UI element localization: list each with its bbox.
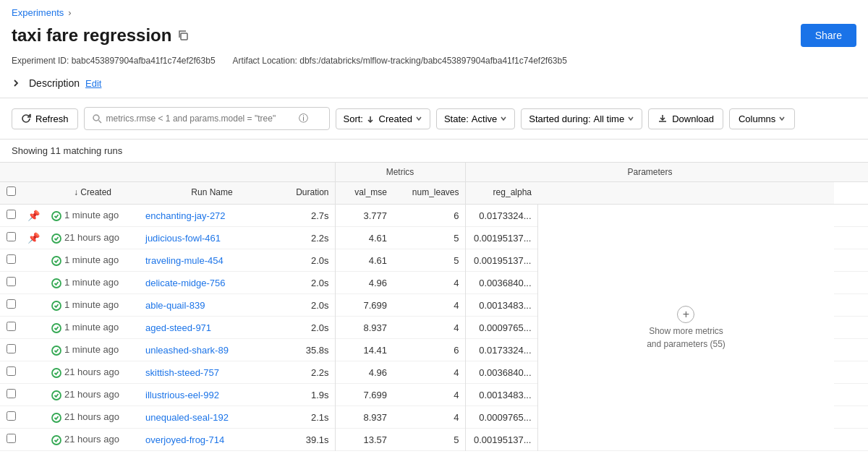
- cell-run-name: unequaled-seal-192: [140, 406, 284, 429]
- cell-duration: 2.1s: [284, 406, 335, 429]
- cell-created: 1 minute ago: [46, 205, 140, 227]
- row-checkbox[interactable]: [7, 389, 16, 398]
- row-checkbox[interactable]: [7, 322, 16, 331]
- state-button[interactable]: State: Active: [436, 108, 515, 129]
- cell-num-leaves: 4: [393, 317, 465, 339]
- results-count: Showing 11 matching runs: [0, 140, 868, 162]
- cell-created: 1 minute ago: [46, 272, 140, 294]
- run-name-link[interactable]: overjoyed-frog-714: [145, 434, 224, 445]
- cell-num-leaves: 4: [393, 406, 465, 429]
- search-input[interactable]: [106, 113, 294, 124]
- copy-icon[interactable]: [177, 29, 190, 42]
- run-name-link[interactable]: judicious-fowl-461: [145, 233, 221, 244]
- edit-link[interactable]: Edit: [85, 78, 101, 89]
- refresh-label: Refresh: [35, 113, 69, 124]
- cell-reg-alpha: 0.0036840...: [465, 361, 537, 384]
- row-checkbox[interactable]: [7, 366, 16, 376]
- cell-val-mse: 4.61: [335, 249, 393, 272]
- cell-created: 21 hours ago: [46, 429, 140, 451]
- started-button[interactable]: Started during: All time: [521, 108, 642, 129]
- row-checkbox[interactable]: [7, 344, 16, 353]
- row-checkbox[interactable]: [7, 277, 16, 286]
- download-icon: [658, 113, 668, 124]
- table-row: 📌1 minute agoenchanting-jay-2722.7s3.777…: [0, 205, 868, 227]
- col-created[interactable]: ↓ Created: [46, 182, 140, 205]
- cell-reg-alpha: 0.00195137...: [465, 227, 537, 249]
- run-name-link[interactable]: illustrious-eel-992: [145, 390, 219, 400]
- share-button[interactable]: Share: [801, 24, 856, 47]
- cell-num-leaves: 4: [393, 361, 465, 384]
- plus-circle-icon: +: [677, 306, 694, 323]
- success-icon: [51, 368, 61, 378]
- row-checkbox[interactable]: [7, 254, 16, 264]
- pin-icon[interactable]: 📌: [27, 210, 40, 221]
- cell-reg-alpha: 0.0009765...: [465, 317, 537, 339]
- run-name-link[interactable]: skittish-steed-757: [145, 367, 219, 378]
- cell-reg-alpha: 0.0173324...: [465, 205, 537, 227]
- show-more-panel[interactable]: + Show more metrics and parameters (55): [544, 300, 829, 355]
- cell-val-mse: 8.937: [335, 406, 393, 429]
- success-icon: [51, 323, 61, 333]
- chevron-right-icon[interactable]: [12, 77, 23, 89]
- cell-num-leaves: 5: [393, 249, 465, 272]
- state-label: State:: [444, 113, 469, 124]
- cell-more: [834, 339, 868, 361]
- col-reg-alpha: reg_alpha: [465, 182, 537, 205]
- success-icon: [51, 233, 61, 244]
- show-more-sub: and parameters (55): [647, 339, 726, 349]
- sort-down-icon: [366, 115, 375, 124]
- breadcrumb-link[interactable]: Experiments: [12, 7, 64, 18]
- cell-num-leaves: 4: [393, 272, 465, 294]
- cell-val-mse: 3.777: [335, 205, 393, 227]
- cell-val-mse: 7.699: [335, 294, 393, 317]
- col-pin: [22, 182, 46, 205]
- cell-run-name: enchanting-jay-272: [140, 205, 284, 227]
- download-button[interactable]: Download: [648, 108, 723, 129]
- cell-more: [834, 317, 868, 339]
- info-icon[interactable]: ⓘ: [299, 112, 308, 125]
- cell-val-mse: 7.699: [335, 384, 393, 406]
- group-empty2: [46, 163, 284, 182]
- cell-num-leaves: 5: [393, 227, 465, 249]
- row-checkbox[interactable]: [7, 210, 16, 219]
- breadcrumb-separator: ›: [68, 7, 71, 18]
- group-metrics: Metrics: [335, 163, 465, 182]
- description-label: Description: [29, 77, 80, 89]
- cell-run-name: judicious-fowl-461: [140, 227, 284, 249]
- row-checkbox[interactable]: [7, 232, 16, 241]
- run-name-link[interactable]: unequaled-seal-192: [145, 412, 229, 423]
- cell-created: 21 hours ago: [46, 227, 140, 249]
- state-chevron-icon: [500, 115, 507, 122]
- cell-run-name: traveling-mule-454: [140, 249, 284, 272]
- success-icon: [51, 278, 61, 288]
- select-all-checkbox[interactable]: [7, 186, 16, 196]
- header-row: taxi fare regression Share: [0, 21, 868, 53]
- download-label: Download: [672, 113, 714, 124]
- cell-duration: 1.9s: [284, 384, 335, 406]
- row-checkbox[interactable]: [7, 411, 16, 421]
- show-more-label: Show more metrics: [649, 326, 723, 336]
- pin-icon[interactable]: 📌: [27, 232, 40, 244]
- run-name-link[interactable]: able-quail-839: [145, 300, 205, 311]
- cell-created: 1 minute ago: [46, 249, 140, 272]
- sort-button[interactable]: Sort: Created: [336, 108, 430, 129]
- refresh-button[interactable]: Refresh: [12, 108, 78, 129]
- group-empty: [0, 163, 46, 182]
- run-name-link[interactable]: delicate-midge-756: [145, 278, 226, 288]
- columns-button[interactable]: Columns: [729, 108, 795, 129]
- cell-reg-alpha: 0.0009765...: [465, 406, 537, 429]
- run-name-link[interactable]: enchanting-jay-272: [145, 210, 226, 221]
- cell-created: 21 hours ago: [46, 384, 140, 406]
- cell-run-name: illustrious-eel-992: [140, 384, 284, 406]
- run-name-link[interactable]: unleashed-shark-89: [145, 345, 229, 356]
- cell-more: [834, 227, 868, 249]
- search-icon: [92, 113, 102, 124]
- row-checkbox[interactable]: [7, 434, 16, 443]
- cell-run-name: aged-steed-971: [140, 317, 284, 339]
- run-name-link[interactable]: traveling-mule-454: [145, 255, 224, 266]
- success-icon: [51, 256, 61, 266]
- row-checkbox[interactable]: [7, 299, 16, 309]
- sort-label: Sort:: [344, 113, 363, 124]
- run-name-link[interactable]: aged-steed-971: [145, 322, 211, 333]
- cell-created: 1 minute ago: [46, 339, 140, 361]
